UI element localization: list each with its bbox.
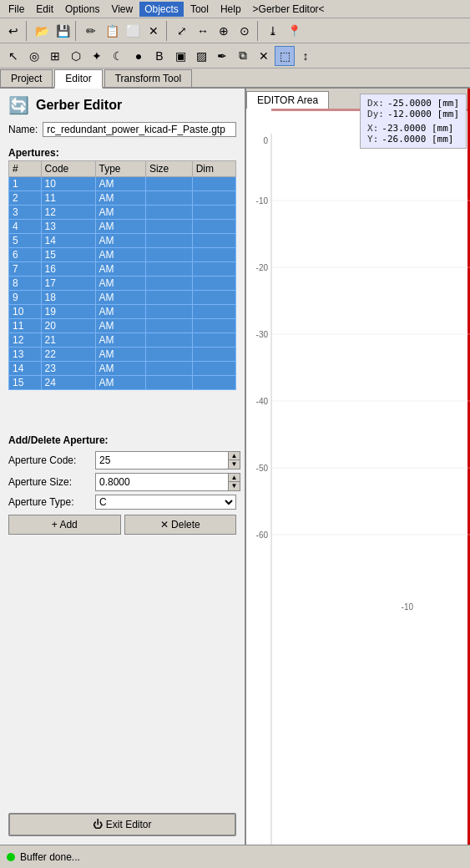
svg-text:-30: -30 <box>256 330 269 339</box>
open-button[interactable]: 📂 <box>32 21 52 41</box>
cell-dim <box>192 248 235 262</box>
duplicate-button[interactable]: ⧉ <box>233 46 253 66</box>
size-spinner-btns: ▲ ▼ <box>228 474 240 490</box>
cell-code: 15 <box>41 248 95 262</box>
edit-button[interactable]: ✏ <box>81 21 101 41</box>
name-label: Name: <box>8 124 38 135</box>
grid-svg: -10 -20 -30 -40 -50 -60 -10 0 <box>246 134 470 845</box>
table-row[interactable]: 918AM <box>9 291 236 305</box>
cell-dim <box>192 234 235 248</box>
cell-size <box>145 248 192 262</box>
star-button[interactable]: ✦ <box>87 46 107 66</box>
menu-view[interactable]: View <box>106 2 138 17</box>
fill-button[interactable]: ● <box>129 46 149 66</box>
type-select-wrap[interactable]: C R O AM <box>95 495 236 510</box>
menu-gerber-editor[interactable]: >Gerber Editor< <box>248 2 330 17</box>
cell-type: AM <box>95 333 145 348</box>
cell-num: 6 <box>9 248 42 262</box>
cell-size <box>145 234 192 248</box>
grid-button[interactable]: ⊞ <box>45 46 65 66</box>
table-row[interactable]: 514AM <box>9 234 236 248</box>
cell-size <box>145 220 192 234</box>
region-button[interactable]: ▣ <box>170 46 190 66</box>
menu-tool[interactable]: Tool <box>185 2 214 17</box>
size-down-btn[interactable]: ▼ <box>228 482 240 490</box>
cross-button[interactable]: ✕ <box>254 46 274 66</box>
exit-editor-button[interactable]: ⏻ Exit Editor <box>8 813 236 836</box>
table-row[interactable]: 211AM <box>9 191 236 206</box>
size-up-btn[interactable]: ▲ <box>228 474 240 482</box>
table-row[interactable]: 1120AM <box>9 319 236 333</box>
cell-size <box>145 262 192 277</box>
table-row[interactable]: 1423AM <box>9 362 236 376</box>
table-row[interactable]: 1322AM <box>9 348 236 362</box>
tab-project[interactable]: Project <box>0 69 53 87</box>
editor-area-tab[interactable]: EDITOR Area <box>246 91 329 109</box>
tab-editor[interactable]: Editor <box>54 69 102 89</box>
table-row[interactable]: 1019AM <box>9 305 236 319</box>
code-input[interactable] <box>96 452 228 469</box>
dx-value: -25.0000 [mm] <box>387 98 459 109</box>
menu-edit[interactable]: Edit <box>31 2 58 17</box>
select-button[interactable]: ↖ <box>3 46 23 66</box>
add-delete-section: Add/Delete Aperture: Aperture Code: ▲ ▼ … <box>0 429 245 540</box>
table-row[interactable]: 110AM <box>9 177 236 191</box>
menu-objects[interactable]: Objects <box>139 2 184 17</box>
add-button[interactable]: + Add <box>8 515 121 535</box>
zoom-fit-button[interactable]: ⤢ <box>172 21 192 41</box>
zoom-width-button[interactable]: ↔ <box>193 21 213 41</box>
svg-text:-20: -20 <box>256 263 269 272</box>
table-row[interactable]: 413AM <box>9 220 236 234</box>
bold-button[interactable]: B <box>149 46 169 66</box>
hex-button[interactable]: ⬡ <box>66 46 86 66</box>
table-row[interactable]: 312AM <box>9 206 236 220</box>
menu-file[interactable]: File <box>3 2 29 17</box>
menu-options[interactable]: Options <box>60 2 104 17</box>
table-row[interactable]: 716AM <box>9 262 236 277</box>
table-row[interactable]: 1524AM <box>9 376 236 390</box>
cell-type: AM <box>95 348 145 362</box>
cell-num: 1 <box>9 177 42 191</box>
hatch-button[interactable]: ▨ <box>191 46 211 66</box>
snap-button[interactable]: ⤓ <box>263 21 283 41</box>
cell-num: 12 <box>9 333 42 348</box>
cell-type: AM <box>95 362 145 376</box>
table-row[interactable]: 1221AM <box>9 333 236 348</box>
size-spinner[interactable]: ▲ ▼ <box>95 473 240 491</box>
moon-button[interactable]: ☾ <box>108 46 128 66</box>
cell-num: 13 <box>9 348 42 362</box>
delete-button[interactable]: ✕ <box>144 21 164 41</box>
cell-type: AM <box>95 206 145 220</box>
cell-num: 5 <box>9 234 42 248</box>
new-button[interactable]: ↩ <box>3 21 23 41</box>
code-spinner[interactable]: ▲ ▼ <box>95 451 240 470</box>
zoom-out-button[interactable]: ⊙ <box>235 21 255 41</box>
table-row[interactable]: 615AM <box>9 248 236 262</box>
sep-3 <box>166 21 169 41</box>
pen-button[interactable]: ✒ <box>212 46 232 66</box>
zoom-in-button[interactable]: ⊕ <box>214 21 234 41</box>
rect-button[interactable]: ⬜ <box>123 21 143 41</box>
copy-button[interactable]: 📋 <box>102 21 122 41</box>
code-up-btn[interactable]: ▲ <box>228 452 240 460</box>
sep-1 <box>26 21 29 41</box>
cell-size <box>145 291 192 305</box>
cell-dim <box>192 262 235 277</box>
cell-code: 18 <box>41 291 95 305</box>
cell-code: 24 <box>41 376 95 390</box>
menu-help[interactable]: Help <box>215 2 246 17</box>
right-panel: EDITOR Area Dx: -25.0000 [mm] Dy: -12.00… <box>246 89 470 845</box>
tab-transform-tool[interactable]: Transform Tool <box>104 69 192 87</box>
code-down-btn[interactable]: ▼ <box>228 460 240 469</box>
type-select[interactable]: C R O AM <box>96 495 235 509</box>
circle-button[interactable]: ◎ <box>24 46 44 66</box>
save-button[interactable]: 💾 <box>53 21 73 41</box>
table-row[interactable]: 817AM <box>9 277 236 291</box>
size-input[interactable] <box>96 474 228 490</box>
exit-btn-row: ⏻ Exit Editor <box>0 808 245 845</box>
delete-button-action[interactable]: ✕ Delete <box>124 515 237 535</box>
pin-button[interactable]: 📍 <box>284 21 304 41</box>
left-panel: 🔄 Gerber Editor Name: rc_redundant_power… <box>0 89 246 845</box>
transform-button[interactable]: ⬚ <box>275 46 295 66</box>
flip-button[interactable]: ↕ <box>296 46 316 66</box>
